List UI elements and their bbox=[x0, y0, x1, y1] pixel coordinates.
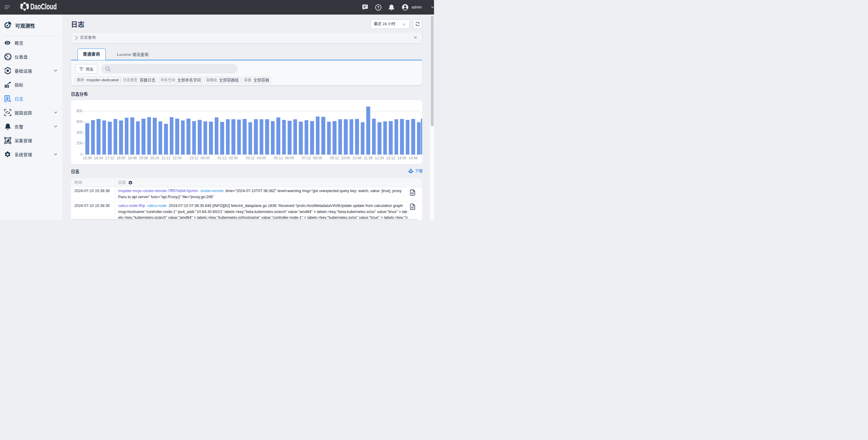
svg-text:?: ? bbox=[377, 5, 380, 10]
